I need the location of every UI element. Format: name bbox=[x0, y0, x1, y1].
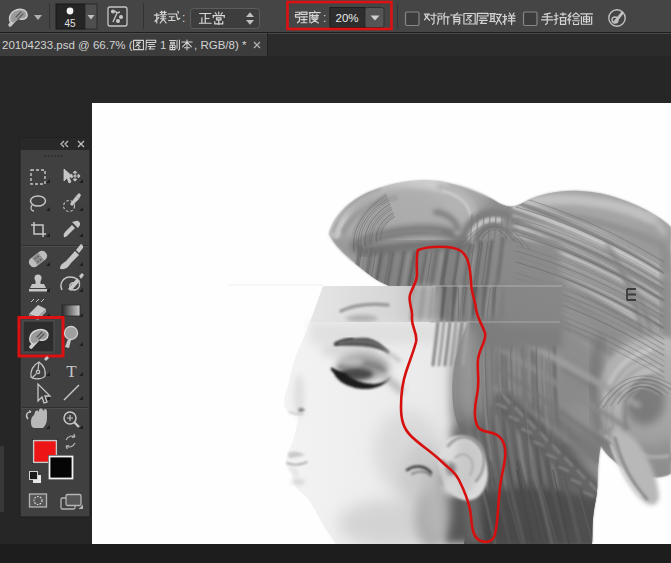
svg-text::: : bbox=[323, 11, 326, 25]
svg-text:1: 1 bbox=[160, 39, 166, 51]
svg-text:, RGB/8) *: , RGB/8) * bbox=[194, 39, 247, 51]
svg-text:45: 45 bbox=[64, 18, 76, 29]
svg-text:T: T bbox=[66, 362, 77, 381]
svg-text:20%: 20% bbox=[335, 12, 358, 24]
svg-text:20104233.psd @ 66.7% (: 20104233.psd @ 66.7% ( bbox=[2, 39, 133, 51]
svg-text::: : bbox=[182, 11, 185, 25]
